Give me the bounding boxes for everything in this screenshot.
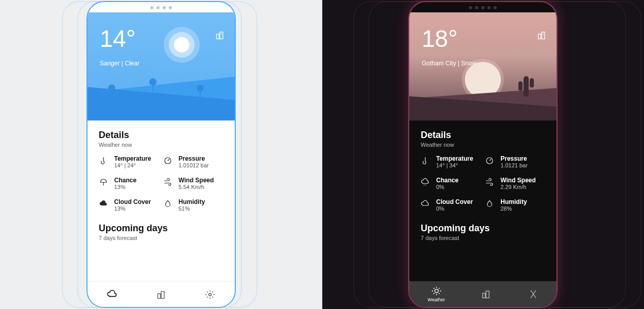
status-bar (88, 2, 235, 12)
metric-chance: Chance13% (99, 177, 159, 190)
sun-icon (164, 27, 200, 63)
nav-settings[interactable] (528, 289, 538, 299)
umbrella-icon (99, 178, 109, 187)
upcoming-subtitle: 7 days forecast (99, 235, 223, 241)
svg-rect-0 (216, 34, 219, 39)
hero-section: 14° Sanger | Clear (88, 12, 235, 121)
details-section: Details Weather now Temperature14° | 34°… (409, 121, 556, 241)
rain-icon (421, 178, 431, 187)
city-icon[interactable] (215, 30, 225, 40)
svg-rect-10 (538, 34, 541, 39)
hero-section: 18° Gotham City | Snow (409, 12, 556, 121)
nav-weather[interactable] (107, 289, 118, 300)
metric-cloud: Cloud Cover0% (421, 198, 481, 212)
metric-temperature: Temperature14° | 24° (99, 155, 159, 168)
location-condition: Gotham City | Snow (422, 60, 477, 67)
nav-weather[interactable]: Weather (428, 286, 445, 302)
metrics-grid: Temperature14° | 34° Pressure1.0121 bar … (421, 155, 545, 212)
nav-settings[interactable] (205, 289, 215, 300)
svg-line-15 (490, 159, 491, 161)
gauge-icon (163, 156, 173, 165)
thermometer-icon (99, 156, 109, 165)
droplet-icon (163, 199, 173, 209)
metric-humidity: Humidity51% (163, 198, 223, 212)
upcoming-title: Upcoming days (99, 223, 223, 234)
details-section: Details Weather now Temperature14° | 24°… (88, 121, 235, 241)
details-subtitle: Weather now (421, 142, 545, 148)
metric-temperature: Temperature14° | 34° (421, 155, 481, 168)
metric-humidity: Humidity28% (485, 198, 545, 212)
droplet-icon (485, 199, 495, 209)
metric-chance: Chance0% (421, 177, 481, 190)
thermometer-icon (421, 156, 431, 165)
nav-locations[interactable] (481, 289, 492, 299)
details-title: Details (421, 130, 545, 141)
wind-icon (163, 178, 173, 187)
bottom-nav: Weather (409, 281, 556, 307)
light-theme-panel: 14° Sanger | Clear Details Weather now (0, 0, 322, 309)
metric-pressure: Pressure1.0121 bar (485, 155, 545, 168)
svg-rect-19 (483, 293, 485, 298)
current-temp: 18° (422, 25, 458, 53)
svg-rect-20 (486, 291, 489, 298)
svg-point-9 (209, 293, 212, 296)
cactus-icon (524, 76, 529, 97)
metric-wind: Wind Speed2.29 Km/h (485, 177, 545, 190)
svg-rect-7 (158, 294, 160, 298)
city-icon[interactable] (537, 30, 547, 40)
svg-rect-8 (161, 291, 164, 298)
svg-line-5 (168, 159, 169, 161)
phone-dark: 18° Gotham City | Snow Details Weather n… (408, 1, 558, 308)
location-condition: Sanger | Clear (100, 60, 140, 67)
bottom-nav (88, 281, 235, 307)
gauge-icon (485, 156, 495, 165)
upcoming-title: Upcoming days (421, 223, 545, 234)
svg-point-18 (434, 289, 438, 293)
dark-theme-panel: 18° Gotham City | Snow Details Weather n… (322, 0, 645, 309)
metric-pressure: Pressure1.01012 bar (163, 155, 223, 168)
cloud-icon (421, 199, 431, 209)
wind-icon (485, 178, 495, 187)
metric-cloud: Cloud Cover13% (99, 198, 159, 212)
details-title: Details (99, 130, 223, 141)
details-subtitle: Weather now (99, 142, 223, 148)
metrics-grid: Temperature14° | 24° Pressure1.01012 bar… (99, 155, 223, 212)
current-temp: 14° (100, 25, 136, 53)
nav-locations[interactable] (156, 289, 167, 300)
phone-light: 14° Sanger | Clear Details Weather now (86, 1, 236, 308)
metric-wind: Wind Speed5.54 Km/h (163, 177, 223, 190)
cloud-icon (99, 199, 109, 209)
upcoming-subtitle: 7 days forecast (421, 235, 545, 241)
status-bar (409, 2, 556, 12)
